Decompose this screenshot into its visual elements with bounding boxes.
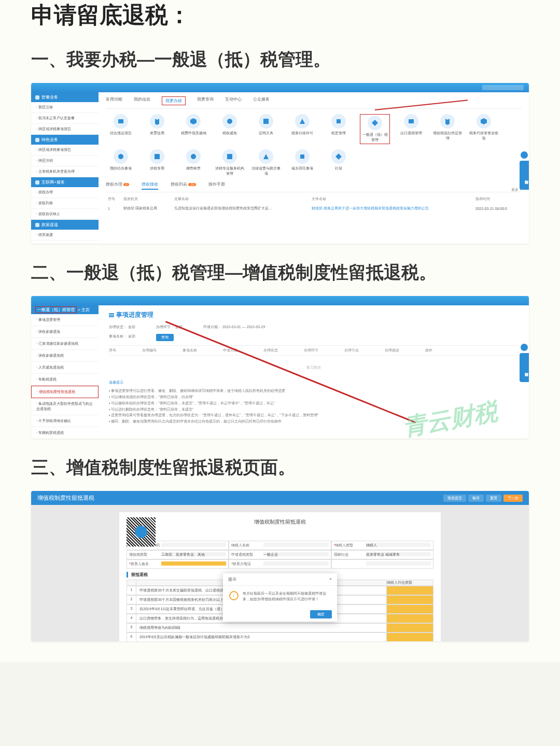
q-text: 2019年4月及以后税款属期一般项目加计抵减额和期初期末增量不为0 bbox=[136, 633, 386, 641]
service-icon[interactable]: 税费申报及缴纳 bbox=[178, 114, 208, 144]
form-cell[interactable]: 联系方电话 bbox=[229, 559, 331, 569]
form-cell[interactable]: 国标行业批发零售业 城城零售 bbox=[331, 550, 433, 559]
service-icon[interactable]: 核定管理 bbox=[324, 114, 354, 144]
tab[interactable]: 我要办税 bbox=[162, 96, 186, 105]
q-answer[interactable] bbox=[386, 586, 433, 595]
service-icon[interactable]: 综合信息报告 bbox=[106, 114, 136, 144]
modal-title: 提示 bbox=[228, 576, 236, 582]
subtab[interactable]: 操作手册 bbox=[208, 181, 225, 190]
cell-desc: 先进制造业实行全额退还留抵增值税制度性政策范围扩大至… bbox=[172, 204, 310, 213]
filter-date-to[interactable]: 2022-03-29 bbox=[247, 325, 265, 329]
col-head: 文件名称 bbox=[310, 194, 473, 204]
form-cell[interactable] bbox=[331, 559, 433, 569]
side-item[interactable]: · 集成电路及大型软件类型成飞机企业退抵税 bbox=[31, 398, 99, 415]
q-num: 6 bbox=[127, 633, 136, 641]
q-answer[interactable] bbox=[386, 605, 433, 613]
filter-date-from[interactable]: 2022-03-01 bbox=[222, 325, 241, 329]
service-icon[interactable]: 我的待办事项 bbox=[106, 149, 136, 176]
tab[interactable]: 互动中心 bbox=[225, 96, 242, 105]
side-item[interactable]: · 入库减免退抵税 bbox=[31, 362, 99, 374]
q-answer[interactable] bbox=[386, 614, 433, 623]
screenshot-3: 增值税制度性留抵退税 预览提交暂存重置下一步 增值税制度性留抵退税 基本信息 统… bbox=[31, 491, 529, 641]
form-cell[interactable]: 纳税人类型纳税人 bbox=[331, 541, 433, 550]
form-cell[interactable]: 申请退税类型一般企业 bbox=[229, 550, 331, 559]
toolbar-button[interactable]: 下一步 bbox=[503, 495, 523, 502]
service-icon[interactable]: 稽查检查 bbox=[178, 149, 208, 176]
tab[interactable]: 我要查询 bbox=[197, 96, 214, 105]
toolbar-button[interactable]: 暂存 bbox=[468, 495, 484, 502]
toolbar-button[interactable]: 重置 bbox=[486, 495, 501, 502]
service-icon[interactable]: 税务行政许可 bbox=[287, 114, 317, 144]
side-item[interactable]: · 取消未正常户认定套餐 bbox=[31, 113, 99, 124]
service-icon[interactable]: 证明开具 bbox=[251, 114, 281, 144]
panel-title-text: 事项进度管理 bbox=[116, 311, 153, 319]
screenshot-1: 套餐业务· 新区迁移· 取消未正常户认定套餐· 跨区域涉税事项报告特色业务· 跨… bbox=[31, 83, 529, 244]
证明开具-icon bbox=[259, 114, 273, 129]
step2-heading: 二、一般退（抵）税管理—增值税制度性留抵退税。 bbox=[31, 259, 529, 286]
more-link[interactable]: 更多 > bbox=[106, 187, 522, 192]
question-row: 62019年4月及以后税款属期一般项目加计抵减额和期初期末增量不为0 bbox=[127, 632, 433, 641]
side-item[interactable]: · 事项进度管理 bbox=[31, 314, 99, 326]
note-line: • 可以进行删除的办理状态有："资料已保存，未提交" bbox=[109, 406, 519, 413]
service-icon[interactable]: 涉税专业服务机构管理 bbox=[215, 149, 245, 176]
form-cell[interactable]: 联系人姓名 bbox=[127, 559, 229, 569]
sidebar: 套餐业务· 新区迁移· 取消未正常户认定套餐· 跨区域涉税事项报告特色业务· 跨… bbox=[31, 92, 99, 244]
service-icon[interactable]: 一般退（抵）税管理 bbox=[360, 114, 390, 144]
side-item[interactable]: · 跨区域涉税事项报告 bbox=[31, 124, 99, 135]
subtab[interactable]: 授权接收 bbox=[142, 181, 158, 190]
close-icon[interactable]: × bbox=[329, 576, 332, 582]
form-cell[interactable]: 增值税类型工商部、批发零售业、其他 bbox=[127, 550, 229, 559]
side-item[interactable]: · 不予加收滞纳金确认 bbox=[31, 415, 99, 427]
发票使用-icon bbox=[150, 114, 164, 129]
side-item[interactable]: · 增值税制度性留抵退税 bbox=[31, 386, 99, 398]
subtab[interactable]: 授权办理0 bbox=[106, 181, 129, 190]
filter-status-value[interactable]: 全部 bbox=[128, 325, 135, 329]
tab[interactable]: 常用功能 bbox=[106, 96, 122, 105]
side-item[interactable]: · 新区迁移 bbox=[31, 102, 99, 113]
service-icon[interactable]: 出口退税管理 bbox=[396, 114, 426, 144]
q-num: 5 bbox=[127, 624, 136, 632]
help-tab[interactable]: 智能帮办 bbox=[520, 353, 529, 382]
税务代保管资金收取-icon bbox=[477, 114, 491, 129]
q-answer[interactable] bbox=[386, 624, 433, 632]
form-cell[interactable]: 纳税人名称 bbox=[229, 541, 331, 550]
filter-name-value[interactable]: 全部 bbox=[128, 334, 135, 338]
side-item[interactable]: · 政策速递 bbox=[31, 230, 99, 241]
service-icon[interactable]: 涉税专用 bbox=[142, 149, 172, 176]
query-button[interactable]: 查询 bbox=[156, 334, 174, 341]
service-icon[interactable]: 法律追责与救济事项 bbox=[251, 149, 281, 176]
subtab[interactable]: 授权列表10 bbox=[171, 181, 196, 190]
side-item[interactable]: · 汇算清缴结算多缴退抵税 bbox=[31, 338, 99, 350]
side-item[interactable]: · 授权协议终止 bbox=[31, 209, 99, 220]
城乡居民事项-icon bbox=[295, 149, 310, 164]
help-tab[interactable]: 智能帮办 bbox=[520, 161, 529, 190]
side-item[interactable]: · 跨区注销 bbox=[31, 156, 99, 166]
涉税专业服务机构管理-icon bbox=[222, 149, 237, 164]
side-item[interactable]: · 我的提醒 bbox=[31, 241, 99, 244]
side-item[interactable]: · 授权办理 bbox=[31, 187, 99, 198]
q-answer[interactable] bbox=[386, 633, 433, 641]
side-item[interactable]: · 车辆购置税退税 bbox=[31, 427, 99, 439]
alert-modal: 提示 × ! 每月征期最后一天以及全征期期间不能做退税申请业务，如您办理增值税纳… bbox=[223, 573, 337, 622]
modal-ok-button[interactable]: 确定 bbox=[310, 610, 332, 618]
service-icon[interactable]: 发票使用 bbox=[142, 114, 172, 144]
tab[interactable]: 公众服务 bbox=[253, 96, 270, 105]
side-item[interactable]: · 误收多缴退抵税 bbox=[31, 350, 99, 362]
service-icon[interactable]: 增值税抵扣凭证管理 bbox=[432, 114, 463, 144]
tab[interactable]: 我的信息 bbox=[134, 96, 150, 105]
service-icon[interactable]: 城乡居民事项 bbox=[287, 149, 317, 176]
side-item[interactable]: · 主管税务机关变更办理 bbox=[31, 166, 99, 177]
side-item[interactable]: · 误收多缴退抵 bbox=[31, 326, 99, 338]
side-item[interactable]: · 车船税退税 bbox=[31, 374, 99, 386]
side-item[interactable]: · 授权列表 bbox=[31, 198, 99, 209]
toolbar-button[interactable]: 预览提交 bbox=[443, 495, 466, 502]
side-group-head: 政策速递 bbox=[31, 220, 99, 230]
side-item[interactable]: · 跨区域涉税事项报告 bbox=[31, 145, 99, 156]
service-icon[interactable]: 税务代保管资金收取 bbox=[469, 114, 499, 144]
col-head: 办理环节 bbox=[304, 348, 318, 353]
service-icon[interactable]: 社保 bbox=[324, 149, 354, 176]
q-answer[interactable] bbox=[386, 596, 433, 604]
cell-link[interactable]: 财政部 税务总局关于进一步加大增值税期末留抵退税政策实施力度的公告 bbox=[310, 204, 473, 213]
service-icon[interactable]: 税收减免 bbox=[215, 114, 245, 144]
filters: 办理状态： 全部 办理环节： 全部 申请日期： 2022-03-01 — 202… bbox=[109, 325, 519, 330]
